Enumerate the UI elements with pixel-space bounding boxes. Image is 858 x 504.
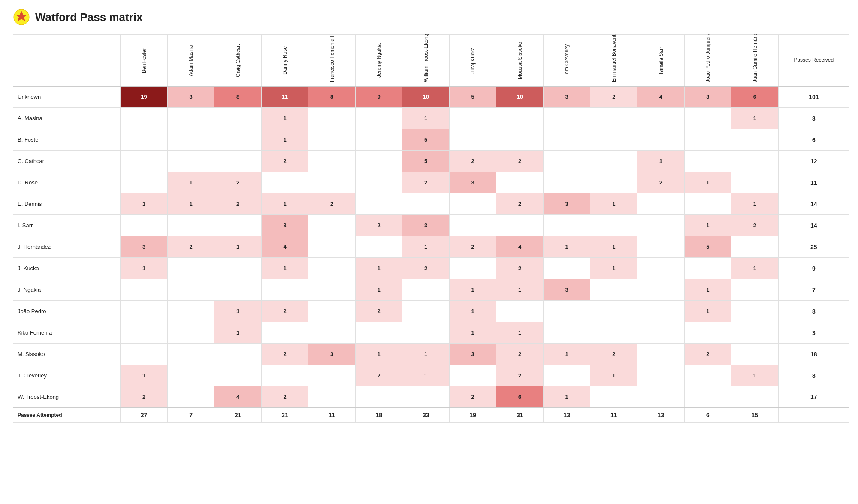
cell-4-0	[121, 172, 168, 193]
cell-1-9	[543, 108, 590, 129]
matrix-row: C. Cathcart2522112	[13, 151, 849, 172]
attempts-col-13: 15	[731, 408, 779, 423]
attempts-col-3: 31	[261, 408, 308, 423]
cell-13-2	[214, 365, 262, 386]
cell-12-11	[637, 344, 685, 365]
cell-12-12: 2	[684, 344, 731, 365]
matrix-body: Unknown193811891051032436101A. Masina111…	[13, 86, 849, 408]
cell-0-7: 5	[449, 86, 496, 108]
cell-7-9: 1	[543, 236, 590, 258]
row-label-3: C. Cathcart	[13, 151, 121, 172]
cell-4-2: 2	[214, 172, 262, 193]
cell-13-8: 2	[496, 365, 544, 386]
col-header-9: Tom Cleverley	[543, 35, 590, 86]
cell-2-6: 5	[402, 129, 450, 151]
pass-matrix-table: Ben FosterAdam MasinaCraig CathcartDanny…	[13, 34, 849, 423]
cell-9-8: 1	[496, 279, 544, 301]
cell-6-12: 1	[684, 215, 731, 236]
row-label-10: João Pedro	[13, 301, 121, 322]
cell-4-13	[731, 172, 779, 193]
cell-7-10: 1	[590, 236, 637, 258]
cell-5-9: 3	[543, 193, 590, 215]
cell-8-2	[214, 258, 262, 279]
cell-8-7	[449, 258, 496, 279]
cell-11-6	[402, 322, 450, 344]
cell-5-8: 2	[496, 193, 544, 215]
cell-1-10	[590, 108, 637, 129]
cell-1-8	[496, 108, 544, 129]
cell-14-4	[308, 386, 356, 408]
cell-13-1	[167, 365, 214, 386]
passes-received-header: Passes Received	[778, 35, 849, 86]
attempts-col-12: 6	[684, 408, 731, 423]
matrix-container: Ben FosterAdam MasinaCraig CathcartDanny…	[9, 34, 849, 423]
cell-12-5: 1	[355, 344, 402, 365]
cell-6-11	[637, 215, 685, 236]
cell-10-9	[543, 301, 590, 322]
cell-11-5	[355, 322, 402, 344]
cell-9-7: 1	[449, 279, 496, 301]
row-label-11: Kiko Femenía	[13, 322, 121, 344]
col-header-13: Juan Camilo Hernández Suárez	[731, 35, 779, 86]
cell-13-10: 1	[590, 365, 637, 386]
cell-0-13: 6	[731, 86, 779, 108]
attempts-col-4: 11	[308, 408, 356, 423]
cell-14-12	[684, 386, 731, 408]
cell-6-13: 2	[731, 215, 779, 236]
cell-5-4: 2	[308, 193, 356, 215]
matrix-row: J. Ngakia111317	[13, 279, 849, 301]
cell-11-9	[543, 322, 590, 344]
row-total-1: 3	[778, 108, 849, 129]
cell-14-10	[590, 386, 637, 408]
row-label-6: I. Sarr	[13, 215, 121, 236]
cell-5-1: 1	[167, 193, 214, 215]
cell-14-9: 1	[543, 386, 590, 408]
cell-7-4	[308, 236, 356, 258]
row-label-2: B. Foster	[13, 129, 121, 151]
cell-2-8	[496, 129, 544, 151]
matrix-row: M. Sissoko23113212218	[13, 344, 849, 365]
passes-attempted-label: Passes Attempted	[13, 408, 121, 423]
row-total-10: 8	[778, 301, 849, 322]
attempts-col-0: 27	[121, 408, 168, 423]
cell-8-5: 1	[355, 258, 402, 279]
col-header-11: Ismaila Sarr	[637, 35, 685, 86]
cell-4-7: 3	[449, 172, 496, 193]
cell-12-6: 1	[402, 344, 450, 365]
attempts-col-5: 18	[355, 408, 402, 423]
cell-9-3	[261, 279, 308, 301]
cell-9-5: 1	[355, 279, 402, 301]
cell-1-0	[121, 108, 168, 129]
row-total-3: 12	[778, 151, 849, 172]
matrix-row: E. Dennis11212231114	[13, 193, 849, 215]
cell-6-3: 3	[261, 215, 308, 236]
cell-10-10	[590, 301, 637, 322]
cell-11-2: 1	[214, 322, 262, 344]
col-header-4: Francisco Femenia Far	[308, 35, 356, 86]
cell-10-4	[308, 301, 356, 322]
cell-13-9	[543, 365, 590, 386]
matrix-row: A. Masina1113	[13, 108, 849, 129]
cell-4-9	[543, 172, 590, 193]
cell-1-4	[308, 108, 356, 129]
cell-3-5	[355, 151, 402, 172]
cell-5-2: 2	[214, 193, 262, 215]
cell-0-8: 10	[496, 86, 544, 108]
cell-1-13: 1	[731, 108, 779, 129]
cell-7-13	[731, 236, 779, 258]
col-header-5: Jeremy Ngakia	[355, 35, 402, 86]
cell-6-1	[167, 215, 214, 236]
cell-3-6: 5	[402, 151, 450, 172]
row-total-8: 9	[778, 258, 849, 279]
cell-8-12	[684, 258, 731, 279]
cell-6-7	[449, 215, 496, 236]
cell-6-5: 2	[355, 215, 402, 236]
cell-6-0	[121, 215, 168, 236]
cell-11-4	[308, 322, 356, 344]
cell-9-11	[637, 279, 685, 301]
cell-5-3: 1	[261, 193, 308, 215]
cell-0-12: 3	[684, 86, 731, 108]
cell-4-10	[590, 172, 637, 193]
attempts-col-11: 13	[637, 408, 685, 423]
cell-0-1: 3	[167, 86, 214, 108]
